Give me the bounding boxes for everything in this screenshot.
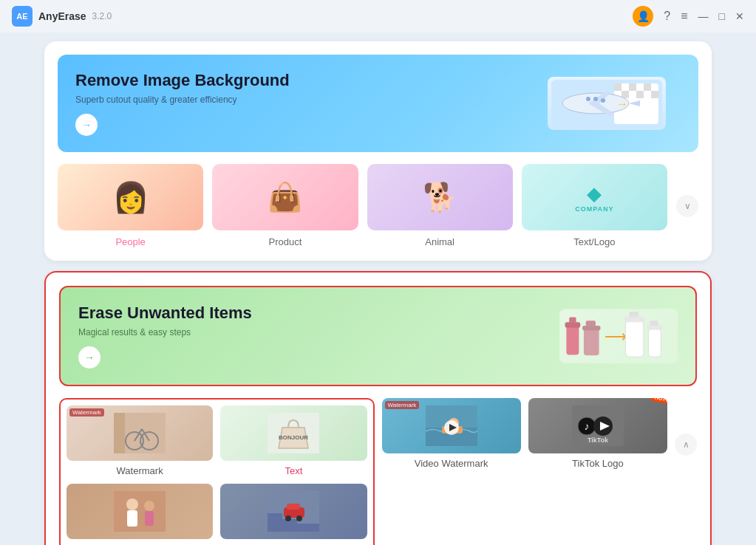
erase-left-grid: Watermark <box>67 405 367 545</box>
video-wm-badge: Watermark <box>385 401 420 409</box>
avatar-icon[interactable]: 👤 <box>633 6 653 27</box>
svg-point-52 <box>296 515 302 521</box>
people-thumb: 👩 <box>58 164 203 230</box>
svg-rect-44 <box>145 511 154 526</box>
erase-items-row: Watermark <box>59 398 697 545</box>
category-product[interactable]: 👜 Product <box>212 164 358 247</box>
svg-rect-17 <box>566 326 579 355</box>
erase-banner-subtitle: Magical results & easy steps <box>78 327 252 337</box>
erase-arrow-button[interactable]: → <box>78 346 101 369</box>
svg-rect-22 <box>586 321 596 326</box>
svg-rect-24 <box>625 321 643 357</box>
animal-icon: 🐕 <box>423 181 457 213</box>
watermark-img <box>114 413 166 453</box>
category-people[interactable]: 👩 People <box>58 164 203 247</box>
svg-point-12 <box>601 98 605 103</box>
svg-rect-28 <box>647 325 663 330</box>
banner-image: → <box>533 74 681 133</box>
erase-people[interactable]: People <box>67 484 213 545</box>
erase-object[interactable]: Object <box>220 484 367 545</box>
category-textlogo[interactable]: ◆ COMPANY Text/Logo <box>522 164 667 247</box>
svg-rect-18 <box>565 322 581 328</box>
erase-items-card: Erase Unwanted Items Magical results & e… <box>44 271 712 545</box>
svg-rect-19 <box>569 318 576 323</box>
products-svg: ⟶ <box>559 306 678 366</box>
svg-point-14 <box>586 97 590 101</box>
svg-text:TikTok: TikTok <box>588 436 609 444</box>
svg-rect-2 <box>614 83 622 91</box>
erase-banner-text: Erase Unwanted Items Magical results & e… <box>78 304 252 369</box>
help-icon[interactable]: ? <box>664 10 670 23</box>
svg-rect-46 <box>268 513 282 532</box>
product-label: Product <box>268 236 302 247</box>
maximize-button[interactable]: □ <box>719 10 725 22</box>
expand-categories-button[interactable]: ∨ <box>676 195 698 217</box>
text-img: BONJOUR <box>268 413 319 453</box>
banner-title: Remove Image Background <box>75 71 290 90</box>
people-label: People <box>115 236 145 247</box>
svg-text:♪: ♪ <box>584 420 589 432</box>
product-thumb: 👜 <box>212 164 358 230</box>
svg-rect-21 <box>582 326 600 331</box>
svg-rect-5 <box>636 91 644 98</box>
watermark-label: Watermark <box>117 465 163 476</box>
svg-point-43 <box>144 501 154 511</box>
tiktok-label: TikTok Logo <box>572 458 624 469</box>
collapse-categories-button[interactable]: ∧ <box>675 433 697 456</box>
svg-point-41 <box>126 498 138 510</box>
people-img <box>114 491 166 532</box>
minimize-button[interactable]: — <box>698 10 709 22</box>
svg-rect-31 <box>114 413 125 453</box>
svg-rect-25 <box>624 317 645 323</box>
logo-icon: ◆ COMPANY <box>575 182 613 213</box>
video-watermark-thumb: Watermark <box>382 398 521 453</box>
remove-bg-arrow-button[interactable]: → <box>75 114 98 136</box>
category-animal[interactable]: 🐕 Animal <box>367 164 513 247</box>
app-name: AnyErase <box>38 10 86 22</box>
watermark-thumb: Watermark <box>67 405 213 461</box>
erase-right-section: Watermark <box>382 398 698 469</box>
erase-watermark[interactable]: Watermark <box>67 405 213 476</box>
svg-rect-20 <box>584 329 599 356</box>
title-left: AE AnyErase 3.2.0 <box>12 6 112 27</box>
banner-text: Remove Image Background Superb cutout qu… <box>75 71 290 136</box>
svg-rect-40 <box>114 491 166 532</box>
svg-rect-48 <box>297 524 319 532</box>
textlogo-label: Text/Logo <box>573 236 615 247</box>
svg-rect-6 <box>644 83 651 91</box>
text-thumb: BONJOUR <box>220 405 367 461</box>
people-icon: 👩 <box>112 180 149 215</box>
svg-text:BONJOUR: BONJOUR <box>279 434 308 441</box>
main-content: Remove Image Background Superb cutout qu… <box>0 32 756 545</box>
erase-left-section: Watermark <box>59 398 375 545</box>
hot-badge: HOT! <box>650 398 667 404</box>
plane-image: → <box>548 77 666 130</box>
title-bar: AE AnyErase 3.2.0 👤 ? ≡ — □ ✕ <box>0 0 756 32</box>
animal-thumb: 🐕 <box>367 164 513 230</box>
video-img <box>426 405 477 446</box>
title-right: 👤 ? ≡ — □ ✕ <box>633 6 744 27</box>
app-version: 3.2.0 <box>92 11 112 21</box>
remove-bg-banner: Remove Image Background Superb cutout qu… <box>58 55 698 152</box>
close-button[interactable]: ✕ <box>735 10 744 22</box>
erase-text[interactable]: BONJOUR Text <box>220 405 367 476</box>
textlogo-thumb: ◆ COMPANY <box>522 164 667 230</box>
remove-bg-card: Remove Image Background Superb cutout qu… <box>44 41 712 261</box>
erase-video-watermark[interactable]: Watermark <box>382 398 521 469</box>
erase-tiktok[interactable]: HOT! ♪ TikTok <box>528 398 667 469</box>
people-erase-thumb <box>67 484 213 539</box>
erase-banner-image: ⟶ <box>559 309 678 363</box>
app-logo: AE <box>12 6 33 27</box>
erase-right-grid: Watermark <box>382 398 668 469</box>
product-icon: 👜 <box>268 181 302 213</box>
svg-text:→: → <box>616 97 628 110</box>
menu-icon[interactable]: ≡ <box>681 10 687 23</box>
object-thumb <box>220 484 367 539</box>
svg-rect-27 <box>648 329 661 357</box>
video-watermark-label: Video Watermark <box>415 458 488 469</box>
banner-subtitle: Superb cutout quality & greater efficien… <box>75 95 290 105</box>
tiktok-thumb: HOT! ♪ TikTok <box>528 398 667 453</box>
svg-point-51 <box>285 515 291 521</box>
tiktok-img: ♪ TikTok <box>572 405 624 446</box>
object-img <box>268 491 319 532</box>
